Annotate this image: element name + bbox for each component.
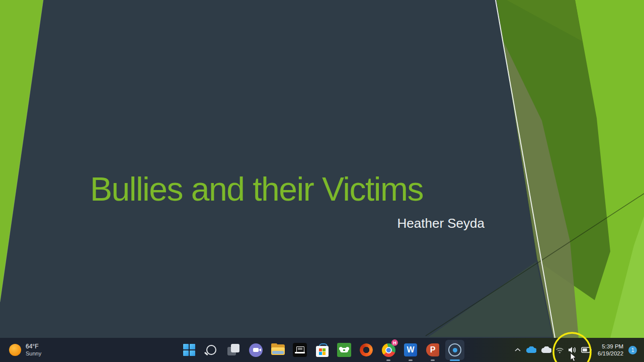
file-explorer-button[interactable]	[267, 338, 289, 362]
weather-widget[interactable]: 64°F Sunny	[5, 338, 45, 362]
clock-date: 6/19/2022	[598, 350, 623, 357]
task-view-icon	[227, 343, 240, 356]
office-app-button[interactable]	[355, 338, 377, 362]
chrome-running-indicator	[386, 359, 390, 361]
office-icon	[360, 343, 373, 356]
screen-recorder-icon	[448, 343, 461, 356]
powerpoint-icon: P	[426, 343, 439, 356]
clock-time: 5:39 PM	[602, 343, 623, 350]
battery-icon[interactable]	[581, 347, 592, 353]
taskbar-center-icons: H W P	[178, 338, 466, 362]
search-icon	[206, 345, 216, 355]
laptop-app-button[interactable]	[289, 338, 311, 362]
chrome-button[interactable]: H	[377, 338, 399, 362]
volume-icon[interactable]	[568, 346, 577, 354]
powerpoint-running-indicator	[431, 359, 435, 361]
game-controller-icon	[337, 343, 351, 357]
video-chat-icon	[249, 343, 263, 357]
desktop-screen: Bullies and their Victims Heather Seyda …	[0, 0, 644, 362]
folder-icon	[271, 344, 285, 355]
search-button[interactable]	[200, 338, 222, 362]
onedrive-cloud-icon[interactable]	[525, 346, 536, 353]
notification-count-badge[interactable]: 1	[628, 346, 637, 354]
screen-recorder-button[interactable]	[444, 338, 466, 362]
microsoft-store-button[interactable]	[311, 338, 333, 362]
word-button[interactable]: W	[399, 338, 422, 362]
start-button[interactable]	[178, 338, 200, 362]
system-tray: 5:39 PM 6/19/2022 1	[514, 338, 637, 362]
active-running-indicator	[450, 359, 460, 361]
task-view-button[interactable]	[222, 338, 245, 362]
word-icon: W	[404, 343, 417, 356]
green-game-app-button[interactable]	[333, 338, 355, 362]
weather-temperature: 64°F	[26, 343, 41, 350]
chevron-up-icon[interactable]	[514, 347, 521, 352]
wifi-icon[interactable]	[555, 346, 564, 353]
chrome-profile-badge: H	[391, 339, 398, 346]
cloud-icon[interactable]	[540, 346, 551, 353]
laptop-icon	[293, 343, 307, 357]
word-running-indicator	[409, 359, 413, 361]
slide-title: Bullies and their Victims	[90, 170, 423, 208]
sunny-weather-icon	[9, 344, 21, 356]
weather-text: 64°F Sunny	[26, 343, 41, 357]
windows-logo-icon	[183, 344, 195, 356]
slide-subtitle: Heather Seyda	[397, 216, 485, 231]
weather-condition: Sunny	[26, 350, 41, 357]
store-bag-icon	[316, 343, 329, 357]
taskbar: 64°F Sunny	[0, 338, 644, 362]
chat-app-button[interactable]	[245, 338, 267, 362]
taskbar-clock[interactable]: 5:39 PM 6/19/2022	[598, 343, 623, 357]
powerpoint-button[interactable]: P	[422, 338, 444, 362]
